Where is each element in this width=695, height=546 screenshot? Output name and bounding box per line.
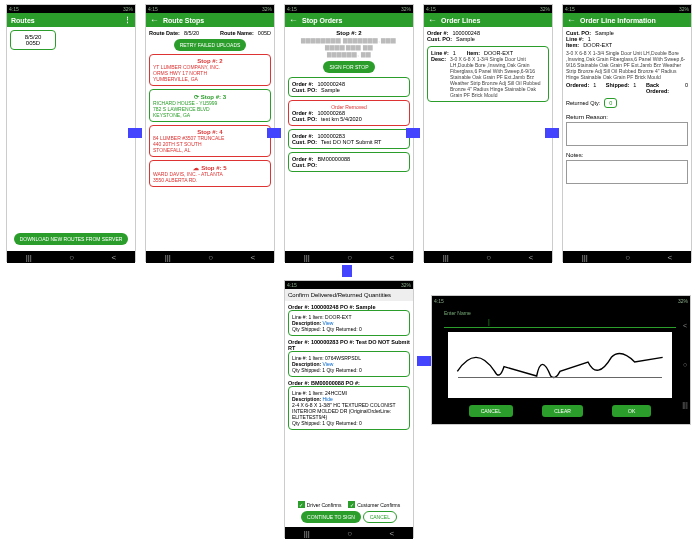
route-name-label: Route Name:: [220, 30, 254, 36]
title: Order Line Information: [580, 17, 656, 24]
stop-orders-screen: 4:1532% ←Stop Orders Stop #: 2 ▆▆▆▆▆▆▆▆ …: [284, 4, 414, 262]
route-stops-screen: 4:1532% ← Route Stops Route Date:8/5/20R…: [145, 4, 275, 262]
order-lines-screen: 4:1532% ←Order Lines Order #:100000248 C…: [423, 4, 553, 262]
app-bar: Routes ⋮: [7, 13, 135, 27]
connector: [267, 128, 281, 138]
routes-title: Routes: [11, 17, 35, 24]
driver-confirms-checkbox[interactable]: ✓Driver Confirms: [298, 501, 342, 508]
notes-input[interactable]: [566, 160, 688, 184]
nav-home[interactable]: ○: [69, 253, 74, 262]
retry-uploads-button[interactable]: RETRY FAILED UPLOADS: [174, 39, 247, 51]
signature-pad[interactable]: [448, 332, 672, 398]
order-card[interactable]: Order #:BM00000088 Cust. PO:: [288, 152, 410, 172]
status-bar: 4:1532%: [7, 5, 135, 13]
nav-recent[interactable]: |||: [682, 401, 687, 408]
order-header: Order #: 100000283 PO #: Test DO NOT Sub…: [288, 339, 410, 351]
nav-back[interactable]: <: [683, 322, 687, 329]
clear-button[interactable]: CLEAR: [542, 405, 583, 417]
route-date: 8/5/20: [184, 30, 199, 36]
routes-screen: 4:1532% Routes ⋮ 8/5/20 005D DOWNLOAD NE…: [6, 4, 136, 262]
notes-label: Notes:: [566, 152, 583, 158]
route-code: 005D: [14, 40, 52, 46]
connector: [128, 128, 142, 138]
back-arrow-icon[interactable]: ←: [428, 15, 437, 25]
order-line-info-screen: 4:1532% ←Order Line Information Cust. PO…: [562, 4, 692, 262]
nav-back[interactable]: <: [112, 253, 117, 262]
back-arrow-icon[interactable]: ←: [567, 15, 576, 25]
customer-confirms-checkbox[interactable]: ✓Customer Confirms: [348, 501, 400, 508]
stop-card[interactable]: Stop #: 4 84 LUMBER #3507 TRUNCALE 440 2…: [149, 125, 271, 157]
nav-bar: ||| ○ <: [7, 251, 135, 263]
order-line-card[interactable]: Line #:1 Item:DOOR-EXT Desc:3-0 X 6-8 X …: [427, 46, 549, 102]
order-card[interactable]: Order #:100000248 Cust. PO:Sample: [288, 77, 410, 97]
returned-qty-input[interactable]: 0: [604, 98, 617, 108]
name-input[interactable]: Danny Popov|: [444, 316, 676, 328]
signature-screen: 4:1532% Enter Name Danny Popov| CANCEL C…: [431, 295, 691, 425]
ok-button[interactable]: OK: [612, 405, 651, 417]
returned-qty-label: Returned Qty:: [566, 100, 600, 106]
cancel-button[interactable]: CANCEL: [469, 405, 513, 417]
return-reason-input[interactable]: [566, 122, 688, 146]
status-bar: 4:1532%: [146, 5, 274, 13]
line-card[interactable]: Line #: 1 Item: 24HCCMI Description: Hid…: [288, 386, 410, 430]
route-card[interactable]: 8/5/20 005D: [10, 30, 56, 50]
order-card-removed[interactable]: Order Removed Order #:100000268 Cust. PO…: [288, 100, 410, 126]
confirm-quantities-screen: 4:1532% Confirm Delivered/Returned Quant…: [284, 280, 414, 538]
title: Route Stops: [163, 17, 204, 24]
continue-to-sign-button[interactable]: CONTINUE TO SIGN: [301, 511, 361, 523]
return-reason-label: Return Reason:: [566, 114, 608, 120]
connector: [342, 265, 352, 277]
connector: [406, 128, 420, 138]
nav-home[interactable]: ○: [683, 361, 687, 368]
app-bar: ← Route Stops: [146, 13, 274, 27]
connector: [545, 128, 559, 138]
order-card[interactable]: Order #:100000283 Cust. PO:Test DO NOT S…: [288, 129, 410, 149]
route-date-label: Route Date:: [149, 30, 180, 36]
title: Stop Orders: [302, 17, 342, 24]
sign-for-stop-button[interactable]: SIGN FOR STOP: [323, 61, 374, 73]
back-arrow-icon[interactable]: ←: [150, 15, 159, 25]
cancel-button[interactable]: CANCEL: [363, 511, 397, 523]
stop-card[interactable]: Stop #: 2 YT LUMBER COMPANY, INC. ORMS H…: [149, 54, 271, 86]
nav-recent[interactable]: |||: [26, 253, 32, 262]
back-arrow-icon[interactable]: ←: [289, 15, 298, 25]
download-routes-button[interactable]: DOWNLOAD NEW ROUTES FROM SERVER: [14, 233, 129, 245]
line-card[interactable]: Line #: 1 Item: 0764WSRPSDL Description:…: [288, 351, 410, 377]
title: Confirm Delivered/Returned Quantities: [285, 289, 413, 301]
route-name: 005D: [258, 30, 271, 36]
menu-icon[interactable]: ⋮: [124, 16, 131, 24]
stop-card[interactable]: ⟳ Stop #: 3 RICHARD HOUSE - YU5999 782 S…: [149, 89, 271, 122]
stop-card[interactable]: ☁ Stop #: 5 WARD DAVIS, INC. - ATLANTA 3…: [149, 160, 271, 187]
line-card[interactable]: Line #: 1 Item: DOOR-EXT Description: Vi…: [288, 310, 410, 336]
connector: [417, 356, 431, 366]
title: Order Lines: [441, 17, 480, 24]
